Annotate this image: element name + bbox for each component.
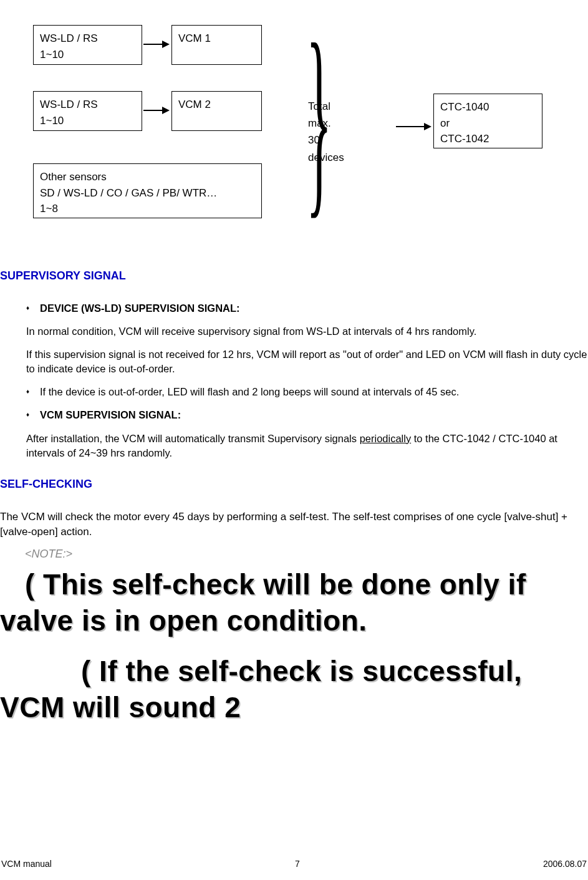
box-text: CTC-1040 bbox=[440, 99, 536, 115]
box-text: or bbox=[440, 115, 536, 132]
text-underlined: periodically bbox=[360, 433, 412, 444]
note-label: <NOTE:> bbox=[25, 548, 588, 561]
text: devices bbox=[308, 149, 344, 166]
footer-left: VCM manual bbox=[1, 859, 52, 869]
box-text: VCM 2 bbox=[178, 97, 255, 113]
arrow-icon bbox=[396, 126, 430, 127]
box-text: 1~8 bbox=[40, 201, 255, 217]
box-vcm2: VCM 2 bbox=[171, 91, 262, 131]
box-text: SD / WS-LD / CO / GAS / PB/ WTR… bbox=[40, 185, 255, 201]
paragraph: After installation, the VCM will automat… bbox=[26, 432, 588, 460]
box-text: Other sensors bbox=[40, 169, 255, 185]
section-title-selfcheck: SELF-CHECKING bbox=[0, 478, 588, 491]
list-item: VCM SUPERVISION SIGNAL: bbox=[26, 408, 588, 422]
box-vcm1: VCM 1 bbox=[171, 25, 262, 65]
text: After installation, the VCM will automat… bbox=[26, 433, 360, 444]
box-wsld-1: WS-LD / RS 1~10 bbox=[33, 25, 142, 65]
box-text: 1~10 bbox=[40, 113, 135, 129]
big-note-2: ( If the self-check is successful, VCM w… bbox=[0, 654, 588, 725]
list-item: If the device is out-of-order, LED will … bbox=[26, 385, 588, 399]
supervisory-list: If the device is out-of-order, LED will … bbox=[0, 385, 588, 422]
arrow-icon bbox=[143, 44, 168, 45]
footer-page-number: 7 bbox=[295, 859, 300, 869]
paragraph: In normal condition, VCM will receive su… bbox=[26, 324, 588, 339]
box-ctc: CTC-1040 or CTC-1042 bbox=[433, 94, 542, 148]
connection-diagram: WS-LD / RS 1~10 WS-LD / RS 1~10 VCM 1 VC… bbox=[0, 25, 588, 249]
box-text: CTC-1042 bbox=[440, 131, 536, 147]
box-text: WS-LD / RS bbox=[40, 31, 135, 47]
box-text: WS-LD / RS bbox=[40, 97, 135, 113]
list-item: DEVICE (WS-LD) SUPERVISION SIGNAL: bbox=[26, 301, 588, 316]
box-wsld-2: WS-LD / RS 1~10 bbox=[33, 91, 142, 131]
big-note-1: ( This self-check will be done only if v… bbox=[0, 567, 588, 639]
box-text: VCM 1 bbox=[178, 31, 255, 47]
arrow-icon bbox=[143, 110, 168, 111]
text: Total bbox=[308, 98, 344, 115]
box-other-sensors: Other sensors SD / WS-LD / CO / GAS / PB… bbox=[33, 163, 262, 218]
box-text: 1~10 bbox=[40, 47, 135, 63]
paragraph: If this supervision signal is not receiv… bbox=[26, 347, 588, 376]
footer-date: 2006.08.07 bbox=[543, 859, 587, 869]
text: 30 bbox=[308, 132, 344, 148]
total-devices-label: Total max. 30 devices bbox=[308, 98, 344, 166]
supervisory-list: DEVICE (WS-LD) SUPERVISION SIGNAL: bbox=[0, 301, 588, 316]
page-footer: VCM manual 7 2006.08.07 bbox=[0, 859, 588, 869]
text: max. bbox=[308, 115, 344, 132]
section-title-supervisory: SUPERVISORY SIGNAL bbox=[0, 269, 588, 283]
paragraph: The VCM will check the motor every 45 da… bbox=[0, 510, 588, 539]
